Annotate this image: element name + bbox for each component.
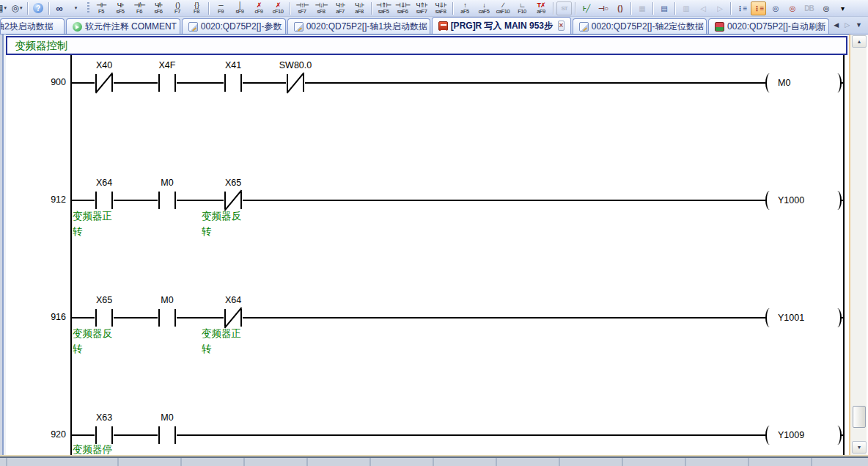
list-edit-button[interactable]: ⋮≡	[751, 1, 766, 15]
toolbar-separator	[652, 2, 653, 15]
tab-scroll-left-button[interactable]: ◀	[831, 20, 842, 30]
read-mode-button[interactable]: ▦	[634, 1, 650, 15]
output-coil[interactable]: M0	[765, 72, 842, 94]
ladder-rising-pulse-button[interactable]: ⊣↑⊢sF7	[293, 1, 312, 16]
ladder-invert-up-button[interactable]: ↑aF5	[455, 1, 474, 16]
contact-no[interactable]	[158, 309, 177, 327]
ladder-vline-button[interactable]: │sF9	[230, 1, 249, 16]
device-batch-button[interactable]: DB	[801, 1, 817, 15]
device-comment: 变频器正转	[73, 208, 117, 239]
edit-wire-button[interactable]: ⊦╱	[578, 1, 594, 15]
device-display-button[interactable]: ◎	[768, 1, 783, 15]
contact-nc[interactable]	[224, 192, 243, 209]
rung-title-comment-row[interactable]: 变频器控制	[6, 36, 847, 55]
cross-reference-button[interactable]: ∞	[52, 1, 67, 15]
toolbar-separator	[290, 2, 290, 15]
ladder-rising-branch-button[interactable]: Ч↑⊦aF7	[331, 1, 350, 16]
ladder-close-branch-button[interactable]: Ч/⊦sF6	[149, 1, 168, 16]
scroll-down-button[interactable]: ▼	[852, 441, 867, 454]
ladder-falling-pulse-button[interactable]: ⊣↓⊢sF8	[312, 1, 331, 16]
help-button[interactable]: ?	[31, 1, 45, 15]
ladder-close-contact-button[interactable]: ⊣/⊢F6	[130, 1, 149, 16]
tree-edit-icon: ⋮≡	[754, 4, 764, 12]
device-label: X41	[202, 60, 265, 70]
coil-left-arc	[765, 73, 774, 92]
ladder-invert-down-button[interactable]: ↓caF5	[474, 1, 493, 16]
ladder-delete-vline-button[interactable]: ✗cF10	[268, 1, 287, 16]
coil-label: Y1001	[778, 313, 804, 323]
statement-button[interactable]: ▥	[678, 1, 694, 15]
toolbar-overflow-button[interactable]: ▾	[835, 1, 850, 15]
help-icon: ?	[33, 3, 43, 13]
tab-qd75p2-parameter[interactable]: 0020:QD75P2[]-参数	[182, 18, 286, 34]
find-next-button[interactable]: ▷	[712, 1, 727, 15]
document-tabbar: 轴2块启动数据 软元件注释 COMMENT 0020:QD75P2[]-参数 0…	[0, 17, 868, 34]
tab-qd75p2-axis1-block-start[interactable]: 0020:QD75P2[]-轴1块启动数据	[287, 18, 430, 34]
vertical-scrollbar[interactable]: ▲ ▼	[849, 34, 867, 455]
tab-label: [PRG]R 写入 MAIN 953步	[451, 20, 553, 32]
ladder-delete-hline-button[interactable]: ✗cF9	[249, 1, 268, 16]
find-prev-button[interactable]: ◁	[695, 1, 710, 15]
contact-no[interactable]	[158, 74, 177, 92]
ladder-editor-canvas[interactable]	[0, 34, 868, 455]
project-data-list-icon[interactable]: ▦ ▾	[0, 1, 8, 15]
coil-left-arc	[765, 191, 774, 210]
ladder-application-button[interactable]: { }F8	[187, 1, 206, 16]
ladder-falling-branch-button[interactable]: Ч↓⊦aF8	[350, 1, 369, 16]
toolbar-options-button[interactable]: ▾	[68, 1, 83, 15]
edit-coil-button[interactable]: ( )	[612, 1, 628, 15]
ladder-pulse-nd-contact-button[interactable]: ⊣⇓⊢saF6	[393, 1, 412, 16]
rung-wire	[71, 82, 845, 84]
list-display-button[interactable]: ⋮≡	[734, 1, 749, 15]
ladder-open-branch-button[interactable]: Ч⊦sF5	[111, 1, 130, 16]
output-coil[interactable]: Y1000	[765, 189, 842, 211]
nc-slash	[95, 73, 114, 94]
ladder-open-contact-button[interactable]: ⊣⊢F5	[92, 1, 111, 16]
zoom-button[interactable]: ◎	[818, 1, 834, 15]
right-power-rail	[843, 55, 845, 455]
key-label: aF7	[336, 9, 344, 15]
contact-no[interactable]	[95, 192, 114, 209]
binoculars-icon: ∞	[56, 3, 62, 14]
vertical-scroll-thumb[interactable]	[853, 406, 866, 428]
tab-qd75p2-auto-refresh[interactable]: 0020:QD75P2[]-自动刷新	[708, 18, 829, 34]
st-mode-button[interactable]: ST	[556, 1, 572, 15]
ladder-pulse-nd-branch-button[interactable]: Ч⇓⊦saF8	[431, 1, 450, 16]
ladder-delete-trace-button[interactable]: Т✗aF9	[532, 1, 551, 16]
ladder-pulse-ne-contact-button[interactable]: ⊣⇑⊢saF5	[374, 1, 393, 16]
ladder-pulse-ne-branch-button[interactable]: Ч⇑⊦saF7	[412, 1, 431, 16]
tab-scroll-right-button[interactable]: ▷	[842, 20, 853, 30]
contact-nc[interactable]	[286, 74, 305, 92]
key-label: F6	[136, 9, 142, 15]
key-label: caF10	[496, 9, 510, 15]
contact-nc[interactable]	[224, 309, 243, 327]
contact-no[interactable]	[95, 309, 114, 327]
output-coil[interactable]: Y1009	[765, 424, 842, 446]
contact-no[interactable]	[158, 192, 177, 209]
ladder-coil-button[interactable]: ( )F7	[168, 1, 187, 16]
contact-no[interactable]	[158, 426, 177, 444]
rung-step-number: 920	[26, 429, 66, 440]
ladder-invert-result-button[interactable]: ∕caF10	[493, 1, 512, 16]
tab-block2-start-data[interactable]: 轴2块启动数据	[0, 18, 65, 34]
tab-qd75p2-axis2-positioning[interactable]: 0020:QD75P2[]-轴2定位数据	[573, 18, 707, 34]
output-coil[interactable]: Y1001	[765, 307, 842, 329]
device-edit-button[interactable]: ◎	[784, 1, 800, 15]
tab-close-icon[interactable]: ×	[558, 21, 564, 31]
contact-nc[interactable]	[95, 74, 114, 92]
horizontal-scrollbar[interactable]	[0, 458, 868, 466]
tab-prg-main-active[interactable]: [PRG]R 写入 MAIN 953步 ×	[432, 17, 571, 34]
write-mode-button[interactable]: ▤	[656, 1, 672, 15]
key-label: F8	[194, 9, 199, 15]
magnifier-icon: ◎	[773, 4, 779, 12]
device-find-icon[interactable]: ◎ ▾	[10, 1, 24, 15]
key-label: cF10	[273, 9, 284, 15]
editor-left-frame	[0, 34, 6, 455]
ladder-hline-button[interactable]: ─F9	[211, 1, 230, 16]
edit-contact-button[interactable]: ⊣○	[595, 1, 611, 15]
contact-no[interactable]	[224, 74, 243, 92]
scroll-up-button[interactable]: ▲	[852, 35, 867, 48]
ladder-convert-button[interactable]: ∟F10	[512, 1, 532, 16]
tab-device-comment[interactable]: 软元件注释 COMMENT	[66, 18, 180, 34]
tab-list-menu-button[interactable]: ▼	[853, 20, 865, 30]
